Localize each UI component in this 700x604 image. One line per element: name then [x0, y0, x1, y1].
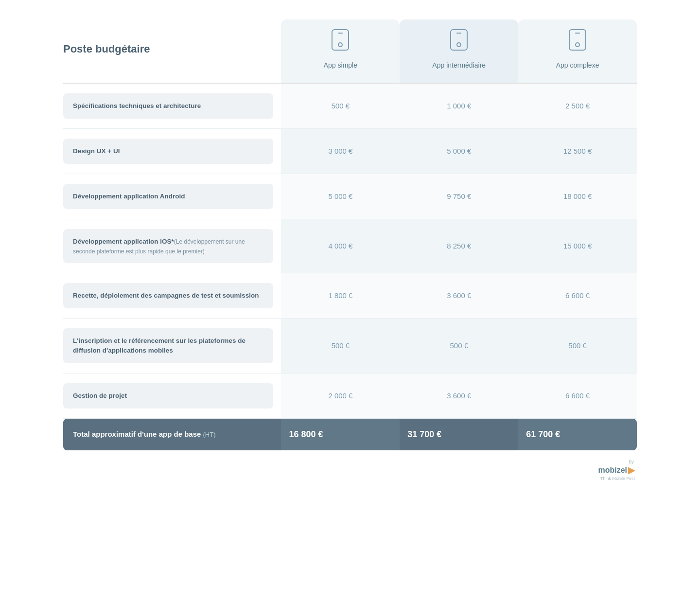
- price-cell: 12 500 €: [518, 129, 637, 174]
- col-label-complex: App complexe: [526, 61, 629, 69]
- brand-block: by mobizel ▶ Think Mobile First: [598, 459, 635, 482]
- row-label-title: L'inscription et le référencement sur le…: [73, 337, 245, 354]
- total-value-cell: 16 800 €: [281, 419, 400, 450]
- price-value: 500 €: [568, 341, 587, 350]
- price-cell: 8 250 €: [400, 219, 518, 274]
- row-label-title: Design UX + UI: [73, 147, 120, 155]
- price-value: 9 750 €: [447, 192, 471, 200]
- price-cell: 1 000 €: [400, 84, 518, 129]
- row-label-title: Recette, déploiement des campagnes de te…: [73, 292, 259, 299]
- price-cell: 500 €: [400, 319, 518, 373]
- row-label-cell: Développement application iOS*(Le dévelo…: [63, 219, 281, 274]
- price-value: 1 000 €: [447, 102, 471, 110]
- price-cell: 500 €: [281, 84, 400, 129]
- price-value: 8 250 €: [447, 242, 471, 250]
- mobile-icon-simple: [332, 29, 349, 51]
- price-value: 12 500 €: [563, 147, 592, 155]
- price-cell: 3 000 €: [281, 129, 400, 174]
- price-value: 2 000 €: [328, 391, 352, 400]
- table-row: Gestion de projet2 000 €3 600 €6 600 €: [63, 373, 637, 419]
- price-cell: 9 750 €: [400, 174, 518, 219]
- price-value: 15 000 €: [563, 242, 592, 250]
- price-value: 500 €: [332, 102, 350, 110]
- row-label-title: Gestion de projet: [73, 392, 127, 399]
- price-value: 2 500 €: [565, 102, 590, 110]
- table-row: Recette, déploiement des campagnes de te…: [63, 273, 637, 319]
- price-value: 3 600 €: [447, 391, 471, 400]
- row-label-cell: Gestion de projet: [63, 373, 281, 419]
- total-label-cell: Total approximatif d'une app de base (HT…: [63, 419, 281, 450]
- table-row: Développement application Android5 000 €…: [63, 174, 637, 219]
- price-value: 3 000 €: [328, 147, 352, 155]
- price-cell: 4 000 €: [281, 219, 400, 274]
- row-label-cell: L'inscription et le référencement sur le…: [63, 319, 281, 373]
- total-value-cell: 31 700 €: [400, 419, 518, 450]
- price-value: 18 000 €: [563, 192, 592, 200]
- price-value: 5 000 €: [328, 192, 352, 200]
- price-cell: 3 600 €: [400, 273, 518, 319]
- row-label-cell: Développement application Android: [63, 174, 281, 219]
- price-value: 3 600 €: [447, 291, 471, 300]
- footer: by mobizel ▶ Think Mobile First: [63, 459, 637, 482]
- price-value: 6 600 €: [565, 291, 590, 300]
- row-label-title: Développement application Android: [73, 193, 185, 200]
- brand-by: by: [598, 459, 634, 465]
- price-cell: 18 000 €: [518, 174, 637, 219]
- price-cell: 3 600 €: [400, 373, 518, 419]
- table-title-cell: Poste budgétaire: [63, 19, 281, 84]
- column-header-simple: App simple: [281, 19, 400, 84]
- price-cell: 5 000 €: [281, 174, 400, 219]
- row-label-title: Spécifications techniques et architectur…: [73, 102, 201, 109]
- col-label-intermediate: App intermédiaire: [407, 61, 510, 69]
- brand-name: mobizel: [598, 465, 627, 476]
- mobile-icon-intermediate: [450, 29, 468, 51]
- brand-tagline: Think Mobile First: [598, 476, 635, 482]
- price-cell: 15 000 €: [518, 219, 637, 274]
- header-row: Poste budgétaire App simple App interméd…: [63, 19, 637, 84]
- total-value: 61 700 €: [526, 429, 560, 439]
- table-title: Poste budgétaire: [63, 43, 150, 55]
- column-header-intermediate: App intermédiaire: [400, 19, 518, 84]
- price-cell: 2 000 €: [281, 373, 400, 419]
- price-cell: 6 600 €: [518, 373, 637, 419]
- brand-arrow-icon: ▶: [628, 465, 635, 476]
- row-label-cell: Spécifications techniques et architectur…: [63, 84, 281, 129]
- price-cell: 6 600 €: [518, 273, 637, 319]
- table-row: L'inscription et le référencement sur le…: [63, 319, 637, 373]
- table-row: Design UX + UI3 000 €5 000 €12 500 €: [63, 129, 637, 174]
- page-wrapper: Poste budgétaire App simple App interméd…: [63, 19, 637, 482]
- pricing-table: Poste budgétaire App simple App interméd…: [63, 19, 637, 450]
- total-value: 31 700 €: [407, 429, 441, 439]
- price-value: 5 000 €: [447, 147, 471, 155]
- mobile-icon-complex: [569, 29, 586, 51]
- price-cell: 500 €: [281, 319, 400, 373]
- total-value: 16 800 €: [289, 429, 323, 439]
- price-value: 4 000 €: [328, 242, 352, 250]
- total-row: Total approximatif d'une app de base (HT…: [63, 419, 637, 450]
- price-cell: 5 000 €: [400, 129, 518, 174]
- table-row: Spécifications techniques et architectur…: [63, 84, 637, 129]
- price-cell: 1 800 €: [281, 273, 400, 319]
- table-row: Développement application iOS*(Le dévelo…: [63, 219, 637, 274]
- price-cell: 2 500 €: [518, 84, 637, 129]
- row-label-title: Développement application iOS*: [73, 238, 174, 245]
- price-cell: 500 €: [518, 319, 637, 373]
- col-label-simple: App simple: [289, 61, 392, 69]
- total-label-ht: (HT): [203, 431, 216, 438]
- price-value: 1 800 €: [328, 291, 352, 300]
- total-value-cell: 61 700 €: [518, 419, 637, 450]
- row-label-cell: Recette, déploiement des campagnes de te…: [63, 273, 281, 319]
- column-header-complex: App complexe: [518, 19, 637, 84]
- price-value: 6 600 €: [565, 391, 590, 400]
- price-value: 500 €: [332, 341, 350, 350]
- row-label-cell: Design UX + UI: [63, 129, 281, 174]
- price-value: 500 €: [450, 341, 468, 350]
